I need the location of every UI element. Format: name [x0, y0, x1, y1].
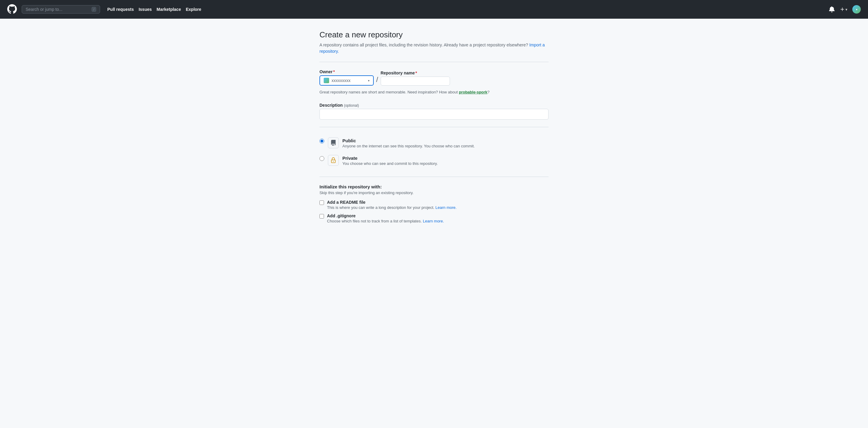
owner-field-group: Owner* xxxxxxxxx ▾ — [319, 69, 374, 86]
optional-text: (optional) — [344, 103, 359, 108]
readme-desc: This is where you can write a long descr… — [327, 205, 457, 210]
owner-chevron-icon: ▾ — [368, 79, 370, 82]
private-icon — [328, 155, 339, 166]
gitignore-checkbox[interactable] — [319, 214, 324, 218]
readme-checkbox[interactable] — [319, 201, 324, 205]
public-icon — [328, 137, 339, 148]
gitignore-learn-more-link[interactable]: Learn more. — [423, 219, 444, 223]
public-desc: Anyone on the internet can see this repo… — [342, 144, 549, 148]
page-subtitle: A repository contains all project files,… — [319, 42, 549, 55]
description-label: Description (optional) — [319, 103, 549, 108]
init-divider — [319, 177, 549, 177]
description-section: Description (optional) — [319, 103, 549, 120]
suggestion-name-link[interactable]: probable-spork — [459, 90, 487, 94]
repo-name-label: Repository name* — [381, 70, 450, 75]
readme-option: Add a README file This is where you can … — [319, 200, 549, 210]
owner-repo-row: Owner* xxxxxxxxx ▾ / Repository name* — [319, 69, 549, 86]
private-desc: You choose who can see and commit to thi… — [342, 161, 549, 166]
header-actions: ▾ ▾ — [829, 5, 861, 13]
private-label: Private — [342, 155, 549, 161]
notifications-icon[interactable] — [829, 6, 835, 13]
readme-desc-text: This is where you can write a long descr… — [327, 205, 434, 210]
nav-issues[interactable]: Issues — [138, 7, 152, 12]
suggestion-text: Great repository names are short and mem… — [319, 89, 549, 96]
owner-dropdown[interactable]: xxxxxxxxx ▾ — [319, 75, 374, 86]
repo-name-field-group: Repository name* — [381, 70, 450, 86]
public-radio[interactable] — [319, 139, 324, 144]
slash-separator: / — [376, 75, 378, 86]
suggestion-suffix: ? — [487, 90, 490, 94]
gitignore-text-block: Add .gitignore Choose which files not to… — [327, 213, 444, 223]
readme-label: Add a README file — [327, 200, 457, 205]
owner-name: xxxxxxxxx — [332, 78, 350, 83]
nav-marketplace[interactable]: Marketplace — [157, 7, 181, 12]
public-label: Public — [342, 138, 549, 143]
user-avatar-button[interactable]: ▾ — [852, 5, 861, 13]
section-divider — [319, 62, 549, 62]
search-placeholder: Search or jump to... — [26, 7, 89, 12]
search-box[interactable]: Search or jump to... / — [22, 5, 100, 13]
github-logo[interactable] — [7, 4, 17, 15]
main-content: Create a new repository A repository con… — [319, 0, 549, 245]
private-option[interactable]: Private You choose who can see and commi… — [319, 152, 549, 170]
gitignore-label: Add .gitignore — [327, 213, 444, 218]
description-input[interactable] — [319, 109, 549, 120]
search-kbd-shortcut: / — [92, 7, 96, 12]
gitignore-desc: Choose which files not to track from a l… — [327, 219, 444, 223]
subtitle-text: A repository contains all project files,… — [319, 42, 528, 47]
init-title: Initialize this repository with: — [319, 184, 549, 189]
header-nav: Pull requests Issues Marketplace Explore — [107, 7, 201, 12]
init-subtitle: Skip this step if you're importing an ex… — [319, 190, 549, 195]
owner-label: Owner* — [319, 69, 374, 74]
public-text-block: Public Anyone on the internet can see th… — [342, 138, 549, 148]
owner-avatar-icon — [324, 78, 329, 83]
page-title: Create a new repository — [319, 30, 549, 39]
gitignore-option: Add .gitignore Choose which files not to… — [319, 213, 549, 223]
suggestion-prefix: Great repository names are short and mem… — [319, 90, 459, 94]
readme-text-block: Add a README file This is where you can … — [327, 200, 457, 210]
initialize-section: Initialize this repository with: Skip th… — [319, 184, 549, 223]
readme-learn-more-link[interactable]: Learn more. — [435, 205, 457, 210]
repo-name-input[interactable] — [381, 77, 450, 86]
visibility-section: Public Anyone on the internet can see th… — [319, 134, 549, 170]
nav-pull-requests[interactable]: Pull requests — [107, 7, 134, 12]
private-text-block: Private You choose who can see and commi… — [342, 155, 549, 166]
new-button[interactable]: ▾ — [840, 7, 847, 12]
public-option[interactable]: Public Anyone on the internet can see th… — [319, 134, 549, 152]
gitignore-desc-text: Choose which files not to track from a l… — [327, 219, 422, 223]
private-radio[interactable] — [319, 156, 324, 161]
header: Search or jump to... / Pull requests Iss… — [0, 0, 868, 19]
nav-explore[interactable]: Explore — [186, 7, 201, 12]
